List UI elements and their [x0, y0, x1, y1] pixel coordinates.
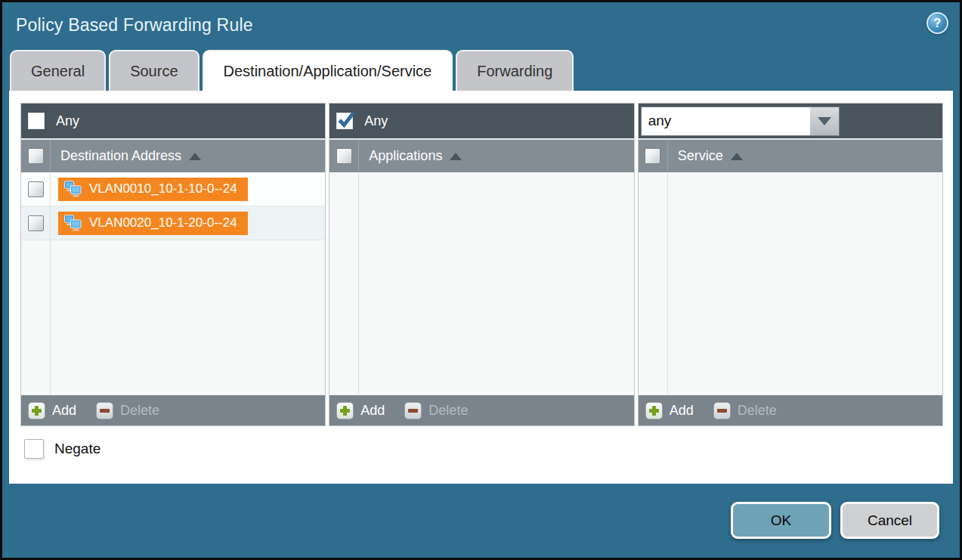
destination-select-all-cell — [21, 140, 51, 172]
tab-content-panel: Any Destination Address — [9, 91, 953, 484]
checkmark-icon — [336, 110, 357, 131]
add-button-label: Add — [670, 403, 694, 419]
delete-button-label: Delete — [428, 403, 468, 419]
sort-ascending-icon — [731, 153, 743, 160]
destination-add-button[interactable]: Add — [28, 402, 76, 419]
help-glyph: ? — [934, 17, 942, 30]
applications-select-all-checkbox[interactable] — [336, 148, 352, 164]
screen: Policy Based Forwarding Rule ? General S… — [0, 0, 962, 560]
add-button-label: Add — [52, 403, 76, 419]
applications-header-row: Applications — [329, 138, 633, 172]
network-address-icon — [63, 181, 82, 197]
pbf-rule-dialog: Policy Based Forwarding Rule ? General S… — [0, 0, 962, 560]
address-chip[interactable]: VLAN0020_10-1-20-0--24 — [58, 212, 248, 235]
service-delete-button[interactable]: Delete — [713, 402, 777, 419]
negate-checkbox[interactable] — [24, 439, 44, 459]
address-label: VLAN0020_10-1-20-0--24 — [89, 215, 237, 230]
tab-general[interactable]: General — [10, 50, 106, 91]
service-selector-bar: any — [639, 104, 942, 138]
delete-button-label: Delete — [738, 403, 777, 419]
service-header-row: Service — [639, 138, 942, 172]
ok-button[interactable]: OK — [731, 502, 831, 539]
applications-any-label: Any — [364, 113, 388, 129]
service-list — [639, 172, 942, 394]
sort-ascending-icon — [189, 153, 201, 160]
service-column: any Service — [638, 103, 943, 426]
service-type-value: any — [642, 107, 809, 135]
columns-container: Any Destination Address — [20, 103, 943, 426]
negate-row: Negate — [24, 439, 101, 459]
service-select-all-cell — [639, 140, 668, 172]
dropdown-arrow-button[interactable] — [809, 107, 839, 135]
destination-toolbar: Add Delete — [21, 394, 325, 425]
applications-column-header[interactable]: Applications — [369, 148, 442, 164]
applications-any-bar: Any — [329, 104, 633, 138]
applications-toolbar: Add Delete — [329, 394, 633, 425]
sort-ascending-icon — [450, 153, 462, 160]
service-type-dropdown[interactable]: any — [642, 107, 839, 135]
chevron-down-icon — [818, 117, 831, 125]
tab-forwarding[interactable]: Forwarding — [456, 50, 574, 91]
help-icon[interactable]: ? — [926, 12, 948, 34]
applications-list — [329, 172, 633, 394]
row-checkbox-cell — [21, 215, 50, 231]
cancel-button[interactable]: Cancel — [840, 502, 939, 539]
destination-any-label: Any — [56, 113, 79, 129]
row-checkbox-cell — [21, 181, 50, 197]
tab-source[interactable]: Source — [109, 50, 199, 91]
address-label: VLAN0010_10-1-10-0--24 — [89, 181, 237, 196]
destination-column-header[interactable]: Destination Address — [60, 148, 181, 164]
list-item[interactable]: VLAN0010_10-1-10-0--24 — [21, 172, 325, 206]
applications-add-button[interactable]: Add — [336, 402, 385, 419]
add-icon — [336, 402, 354, 419]
dialog-title: Policy Based Forwarding Rule — [16, 15, 253, 36]
destination-any-bar: Any — [21, 104, 325, 138]
delete-button-label: Delete — [120, 403, 159, 419]
applications-any-checkbox[interactable] — [336, 113, 353, 129]
destination-header-row: Destination Address — [21, 138, 325, 172]
row-checkbox[interactable] — [28, 215, 44, 231]
delete-icon — [404, 402, 422, 419]
service-column-header[interactable]: Service — [678, 148, 723, 164]
tab-bar: General Source Destination/Application/S… — [10, 50, 574, 91]
service-select-all-checkbox[interactable] — [645, 148, 660, 164]
delete-icon — [713, 402, 731, 419]
add-button-label: Add — [360, 403, 385, 419]
tab-destination-application-service[interactable]: Destination/Application/Service — [203, 50, 453, 91]
destination-any-checkbox[interactable] — [28, 113, 45, 129]
destination-delete-button[interactable]: Delete — [96, 402, 159, 419]
add-icon — [28, 402, 45, 419]
applications-select-all-cell — [329, 140, 359, 172]
add-icon — [645, 402, 663, 419]
row-checkbox[interactable] — [28, 181, 44, 197]
list-item[interactable]: VLAN0020_10-1-20-0--24 — [21, 206, 325, 240]
delete-icon — [96, 402, 113, 419]
service-toolbar: Add Delete — [639, 394, 942, 425]
address-chip[interactable]: VLAN0010_10-1-10-0--24 — [58, 178, 248, 201]
negate-label: Negate — [54, 441, 101, 457]
destination-select-all-checkbox[interactable] — [28, 148, 44, 164]
applications-column: Any Applications Add — [329, 103, 634, 426]
service-add-button[interactable]: Add — [645, 402, 694, 419]
destination-address-list: VLAN0010_10-1-10-0--24 — [21, 172, 325, 394]
destination-address-column: Any Destination Address — [20, 103, 326, 426]
network-address-icon — [63, 215, 82, 231]
applications-delete-button[interactable]: Delete — [404, 402, 468, 419]
